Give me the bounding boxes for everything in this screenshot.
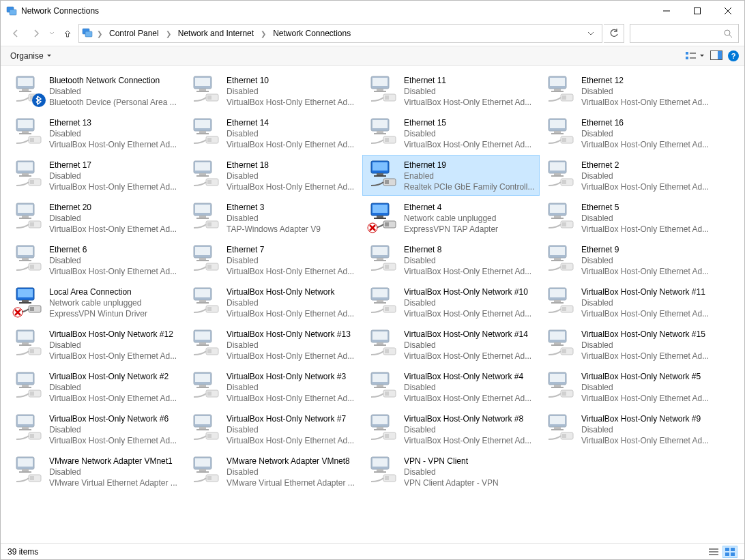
svg-rect-18	[686, 52, 688, 55]
svg-rect-30	[731, 552, 735, 556]
connection-item[interactable]: Ethernet 7DisabledVirtualBox Host-Only E…	[185, 239, 362, 280]
connection-item[interactable]: Ethernet 12DisabledVirtualBox Host-Only …	[540, 70, 717, 111]
close-button[interactable]	[712, 1, 743, 21]
connection-item[interactable]: Ethernet 20DisabledVirtualBox Host-Only …	[8, 197, 185, 238]
connection-name: Ethernet 18	[227, 160, 357, 171]
connection-name: Ethernet 9	[581, 244, 712, 255]
connection-name: VirtualBox Host-Only Network #11	[581, 286, 712, 297]
connection-detail: VirtualBox Host-Only Ethernet Ad...	[227, 308, 357, 319]
connection-item[interactable]: Ethernet 4Network cable unpluggedExpress…	[362, 197, 540, 238]
connection-item[interactable]: VirtualBox Host-Only Network #10Disabled…	[362, 282, 540, 323]
connection-item[interactable]: Bluetooth Network ConnectionDisabledBlue…	[8, 70, 185, 111]
connection-item[interactable]: VirtualBox Host-Only Network #8DisabledV…	[362, 409, 540, 450]
connection-item[interactable]: Ethernet 9DisabledVirtualBox Host-Only E…	[540, 239, 717, 280]
connection-status: Disabled	[227, 424, 357, 435]
connection-status: Disabled	[227, 340, 357, 351]
address-bar[interactable]: ❯ Control Panel ❯ Network and Internet ❯…	[78, 24, 602, 43]
chevron-right-icon[interactable]: ❯	[96, 30, 104, 38]
connection-status: Network cable unplugged	[404, 213, 535, 224]
connection-detail: VirtualBox Host-Only Ethernet Ad...	[49, 393, 180, 404]
connection-detail: VirtualBox Host-Only Ethernet Ad...	[49, 181, 180, 192]
connection-item[interactable]: Ethernet 13DisabledVirtualBox Host-Only …	[8, 113, 185, 153]
network-adapter-icon	[12, 116, 45, 149]
network-adapter-icon	[544, 285, 577, 318]
maximize-button[interactable]	[682, 1, 712, 21]
network-adapter-icon	[12, 327, 45, 360]
connection-item[interactable]: Ethernet 17DisabledVirtualBox Host-Only …	[8, 155, 185, 196]
chevron-right-icon[interactable]: ❯	[164, 30, 173, 38]
network-adapter-icon	[12, 412, 45, 445]
connection-status: Disabled	[404, 340, 535, 351]
forward-button[interactable]	[27, 24, 46, 43]
connection-item[interactable]: Ethernet 11DisabledVirtualBox Host-Only …	[362, 70, 540, 111]
connection-item[interactable]: VMware Network Adapter VMnet8DisabledVMw…	[185, 451, 362, 492]
connection-name: Bluetooth Network Connection	[49, 75, 180, 86]
connection-item[interactable]: VirtualBox Host-Only Network #11Disabled…	[540, 282, 717, 323]
connection-item[interactable]: VirtualBox Host-Only NetworkDisabledVirt…	[185, 282, 362, 323]
recent-locations-button[interactable]	[47, 31, 57, 36]
connection-item[interactable]: VPN - VPN ClientDisabledVPN Client Adapt…	[362, 451, 540, 492]
connection-item[interactable]: VirtualBox Host-Only Network #14Disabled…	[362, 324, 540, 365]
connection-item[interactable]: VirtualBox Host-Only Network #4DisabledV…	[362, 366, 540, 407]
connection-name: Local Area Connection	[49, 286, 180, 297]
svg-rect-29	[725, 552, 729, 556]
refresh-button[interactable]	[604, 24, 624, 43]
back-button[interactable]	[6, 24, 25, 43]
connection-item[interactable]: VirtualBox Host-Only Network #6DisabledV…	[8, 409, 185, 450]
network-adapter-icon	[367, 327, 400, 360]
view-options-button[interactable]	[686, 51, 705, 61]
help-button[interactable]: ?	[728, 50, 739, 61]
breadcrumb[interactable]: Network and Internet	[175, 27, 257, 40]
connection-item[interactable]: VirtualBox Host-Only Network #13Disabled…	[185, 324, 362, 365]
connection-item[interactable]: Ethernet 19EnabledRealtek PCIe GbE Famil…	[362, 155, 540, 196]
tiles-view-button[interactable]	[722, 546, 737, 558]
connection-item[interactable]: Ethernet 10DisabledVirtualBox Host-Only …	[185, 70, 362, 111]
minimize-button[interactable]	[651, 1, 682, 21]
network-adapter-icon	[190, 116, 222, 149]
connection-status: Disabled	[404, 255, 535, 266]
network-adapter-icon	[190, 285, 222, 318]
network-adapter-icon	[544, 158, 577, 191]
connection-detail: Realtek PCIe GbE Family Controll...	[404, 181, 535, 192]
breadcrumb[interactable]: Control Panel	[106, 27, 162, 40]
connection-name: Ethernet 4	[404, 202, 535, 213]
connection-item[interactable]: Ethernet 16DisabledVirtualBox Host-Only …	[540, 113, 717, 153]
search-input[interactable]	[630, 24, 739, 43]
connection-status: Disabled	[49, 340, 180, 351]
chevron-right-icon[interactable]: ❯	[259, 30, 267, 38]
organise-button[interactable]: Organise	[6, 48, 56, 63]
app-icon	[6, 5, 17, 16]
network-adapter-icon	[544, 74, 577, 106]
connection-item[interactable]: Ethernet 5DisabledVirtualBox Host-Only E…	[540, 197, 717, 238]
connection-name: Ethernet 8	[404, 244, 535, 255]
network-adapter-icon	[367, 370, 400, 402]
connection-item[interactable]: VirtualBox Host-Only Network #3DisabledV…	[185, 366, 362, 407]
network-adapter-icon	[367, 412, 400, 445]
svg-rect-21	[690, 57, 696, 59]
address-dropdown-button[interactable]	[583, 25, 599, 42]
connection-item[interactable]: VirtualBox Host-Only Network #12Disabled…	[8, 324, 185, 365]
connection-item[interactable]: Ethernet 3DisabledTAP-Windows Adapter V9	[185, 197, 362, 238]
connection-item[interactable]: Ethernet 14DisabledVirtualBox Host-Only …	[185, 113, 362, 153]
connection-item[interactable]: VirtualBox Host-Only Network #15Disabled…	[540, 324, 717, 365]
breadcrumb[interactable]: Network Connections	[270, 27, 353, 40]
connection-item[interactable]: VirtualBox Host-Only Network #2DisabledV…	[8, 366, 185, 407]
connection-item[interactable]: VMware Network Adapter VMnet1DisabledVMw…	[8, 451, 185, 492]
connection-item[interactable]: Ethernet 15DisabledVirtualBox Host-Only …	[362, 113, 540, 153]
connection-item[interactable]: Ethernet 2DisabledVirtualBox Host-Only E…	[540, 155, 717, 196]
view-icon	[686, 51, 697, 61]
bluetooth-overlay-icon	[31, 93, 46, 108]
connection-detail: VirtualBox Host-Only Ethernet Ad...	[49, 435, 180, 446]
connection-item[interactable]: Ethernet 6DisabledVirtualBox Host-Only E…	[8, 239, 185, 280]
connection-item[interactable]: Ethernet 18DisabledVirtualBox Host-Only …	[185, 155, 362, 196]
connection-detail: VirtualBox Host-Only Ethernet Ad...	[581, 181, 712, 192]
connection-item[interactable]: Ethernet 8DisabledVirtualBox Host-Only E…	[362, 239, 540, 280]
network-adapter-icon	[367, 285, 400, 318]
connection-item[interactable]: VirtualBox Host-Only Network #7DisabledV…	[185, 409, 362, 450]
connection-item[interactable]: VirtualBox Host-Only Network #9DisabledV…	[540, 409, 717, 450]
connection-item[interactable]: VirtualBox Host-Only Network #5DisabledV…	[540, 366, 717, 407]
connection-item[interactable]: Local Area ConnectionNetwork cable unplu…	[8, 282, 185, 323]
up-button[interactable]	[58, 24, 77, 43]
preview-pane-button[interactable]	[710, 50, 722, 62]
details-view-button[interactable]	[706, 546, 721, 558]
